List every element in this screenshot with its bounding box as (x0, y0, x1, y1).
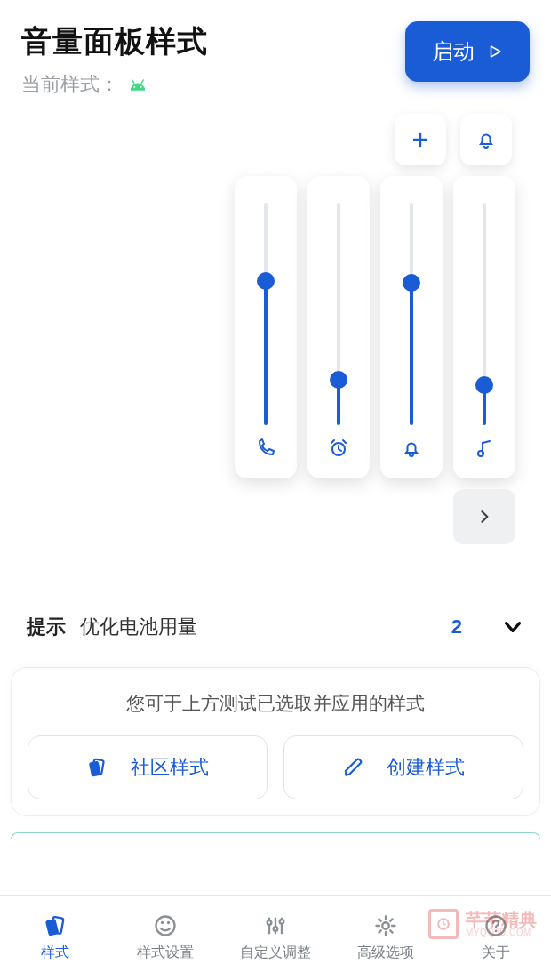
volume-slider[interactable] (235, 176, 297, 478)
svg-point-1 (140, 86, 142, 88)
alarm-icon (328, 432, 349, 464)
svg-point-0 (133, 86, 135, 88)
svg-line-3 (141, 80, 143, 83)
current-style-label: 当前样式： (21, 71, 119, 98)
nav-label: 高级选项 (357, 944, 414, 962)
info-card: 您可于上方测试已选取并应用的样式 社区样式 创建样式 (11, 667, 540, 816)
nav-item-palette[interactable]: 样式设置 (110, 896, 220, 980)
create-style-button[interactable]: 创建样式 (283, 735, 523, 799)
nav-item-sliders[interactable]: 自定义调整 (220, 896, 331, 980)
svg-line-2 (132, 80, 134, 83)
svg-point-18 (495, 929, 498, 932)
add-icon (410, 129, 431, 150)
page-title: 音量面板样式 (21, 21, 405, 62)
nav-item-styles[interactable]: 样式 (0, 896, 110, 980)
expand-button[interactable] (453, 489, 515, 544)
sliders-icon (263, 913, 288, 938)
svg-point-12 (167, 921, 170, 924)
volume-slider[interactable] (380, 176, 443, 478)
launch-button[interactable]: 启动 (405, 21, 530, 82)
tip-label: 提示 (27, 614, 66, 640)
ringer-button[interactable] (460, 114, 512, 165)
chevron-down-icon (501, 615, 524, 639)
bell-icon (401, 432, 422, 464)
nav-label: 自定义调整 (240, 944, 311, 962)
community-styles-label: 社区样式 (131, 754, 209, 781)
svg-point-5 (478, 451, 483, 456)
volume-slider[interactable] (453, 176, 515, 478)
palette-icon (153, 913, 178, 938)
pencil-icon (342, 756, 365, 779)
phone-icon (255, 432, 276, 464)
play-icon (487, 44, 503, 60)
card-message: 您可于上方测试已选取并应用的样式 (28, 691, 523, 716)
bell-icon (475, 129, 497, 150)
svg-point-14 (274, 927, 278, 931)
svg-point-16 (382, 922, 388, 928)
nav-item-gear[interactable]: 高级选项 (331, 896, 441, 980)
tip-count-badge: 2 (451, 615, 462, 639)
svg-rect-7 (89, 761, 101, 777)
chevron-right-icon (475, 508, 493, 526)
svg-point-13 (268, 920, 272, 925)
music-icon (474, 432, 495, 464)
help-icon (483, 913, 508, 938)
svg-point-10 (156, 917, 175, 936)
community-styles-button[interactable]: 社区样式 (28, 735, 268, 799)
gear-icon (373, 913, 398, 938)
launch-button-label: 启动 (432, 37, 475, 66)
android-icon (128, 78, 148, 91)
tip-text: 优化电池用量 (80, 614, 437, 640)
nav-label: 关于 (482, 944, 510, 962)
cards-icon (86, 756, 109, 779)
tip-row[interactable]: 提示 优化电池用量 2 (0, 585, 551, 660)
nav-label: 样式 (41, 944, 69, 962)
volume-slider[interactable] (307, 176, 370, 478)
create-style-label: 创建样式 (387, 754, 465, 781)
svg-point-15 (280, 920, 284, 924)
next-card-preview (11, 832, 540, 839)
bottom-nav: 样式样式设置自定义调整高级选项关于 (0, 895, 551, 980)
style-preview (0, 105, 551, 585)
nav-label: 样式设置 (137, 944, 194, 962)
nav-item-help[interactable]: 关于 (441, 896, 551, 980)
styles-icon (43, 913, 68, 938)
svg-point-11 (161, 921, 164, 924)
add-button[interactable] (395, 114, 446, 165)
